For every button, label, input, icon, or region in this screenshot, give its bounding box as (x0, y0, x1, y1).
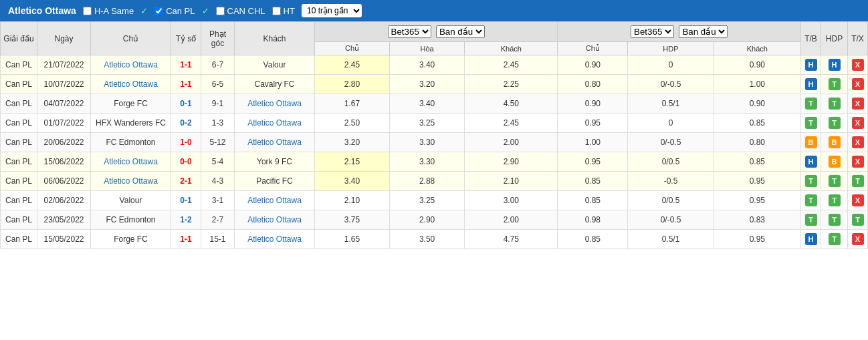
cell-hdp: 0/-0.5 (628, 133, 714, 152)
cell-phatgoc: 5-12 (201, 133, 235, 152)
cell-tb: T (801, 191, 821, 210)
can-chl-text: CAN CHL (227, 6, 265, 16)
cell-hdp: 0 (628, 55, 714, 75)
cell-khach: Cavalry FC (235, 75, 315, 94)
khach-link[interactable]: Atletico Ottawa (247, 196, 302, 205)
hdp2-badge: T (829, 175, 841, 187)
khach-link[interactable]: Atletico Ottawa (247, 138, 302, 147)
cell-khach-hdp: 0.95 (714, 230, 800, 249)
table-row: Can PL 15/05/2022 Forge FC 1-1 15-1 Atle… (1, 230, 868, 249)
ht-text: HT (284, 6, 295, 16)
cell-hoa: 3.40 (390, 55, 465, 75)
ht-checkbox[interactable] (272, 7, 281, 15)
bookmaker1-select[interactable]: Bet365 (388, 25, 431, 38)
bookmaker2-select[interactable]: Bet365 (631, 25, 674, 38)
ht-label[interactable]: HT (272, 6, 295, 16)
can-pl-label[interactable]: Can PL (154, 6, 195, 16)
cell-tyso: 0-1 (171, 191, 201, 210)
ha-same-checkbox[interactable] (83, 7, 92, 15)
cell-khach[interactable]: Atletico Ottawa (235, 133, 315, 152)
cell-chu[interactable]: Atletico Ottawa (91, 75, 171, 94)
cell-tb: H (801, 55, 821, 75)
cell-chu[interactable]: Atletico Ottawa (91, 55, 171, 75)
col-header-giaidau: Giải đấu (1, 22, 37, 55)
khach-link[interactable]: Atletico Ottawa (247, 215, 302, 224)
col-header-phatgoc: Phạt góc (201, 22, 235, 55)
cell-khach[interactable]: Atletico Ottawa (235, 191, 315, 210)
cell-khach-hdp: 1.00 (714, 75, 800, 94)
cell-phatgoc: 6-7 (201, 55, 235, 75)
cell-ngay: 20/06/2022 (37, 133, 91, 152)
chu-link[interactable]: Atletico Ottawa (104, 79, 158, 89)
cell-tyso: 1-0 (171, 133, 201, 152)
cell-hoa: 3.25 (390, 191, 465, 210)
cell-tx: X (848, 75, 868, 94)
sub-header-khach: Khách (465, 42, 558, 55)
cell-tyso: 0-2 (171, 114, 201, 133)
chu-link[interactable]: Atletico Ottawa (104, 157, 158, 166)
khach-link[interactable]: Atletico Ottawa (247, 118, 302, 128)
cell-hdp: 0.5/1 (628, 230, 714, 249)
chu-link[interactable]: Atletico Ottawa (104, 60, 158, 69)
chu-link[interactable]: Atletico Ottawa (104, 176, 158, 186)
tx-badge: T (852, 214, 864, 226)
sub-header-chu-hdp: Chủ (558, 42, 628, 55)
hdp2-badge: T (829, 117, 841, 129)
cell-chu-hdp: 0.90 (558, 94, 628, 114)
cell-tx: T (848, 210, 868, 230)
checkmark-can-chl: ✓ (202, 6, 209, 16)
cell-tb: T (801, 114, 821, 133)
cell-tb: B (801, 133, 821, 152)
cell-tb: T (801, 172, 821, 191)
can-chl-label[interactable]: CAN CHL (216, 6, 265, 16)
cell-tx: X (848, 152, 868, 172)
cell-chu[interactable]: Atletico Ottawa (91, 172, 171, 191)
can-pl-text: Can PL (166, 6, 195, 16)
cell-khach[interactable]: Atletico Ottawa (235, 210, 315, 230)
tb-badge: T (805, 117, 817, 129)
can-pl-checkbox[interactable] (154, 7, 163, 15)
col-header-tb: T/B (801, 22, 821, 55)
cell-ngay: 15/05/2022 (37, 230, 91, 249)
recent-select[interactable]: 10 trận gần 5 trận gần 20 trận gần (302, 4, 362, 17)
cell-khach[interactable]: Atletico Ottawa (235, 114, 315, 133)
khach-link[interactable]: Atletico Ottawa (247, 99, 302, 108)
cell-hdp2: T (821, 75, 848, 94)
table-wrap: Giải đấu Ngày Chủ Tỷ số Phạt góc Khách B… (0, 21, 868, 249)
cell-chu[interactable]: Atletico Ottawa (91, 152, 171, 172)
tb-badge: T (805, 98, 817, 110)
cell-khach-odds: 2.00 (465, 133, 558, 152)
team-name: Atletico Ottawa (8, 5, 76, 16)
cell-tyso: 2-1 (171, 172, 201, 191)
cell-phatgoc: 6-5 (201, 75, 235, 94)
cell-hdp2: B (821, 152, 848, 172)
cell-hdp2: T (821, 191, 848, 210)
table-row: Can PL 04/07/2022 Forge FC 0-1 9-1 Atlet… (1, 94, 868, 114)
cell-khach[interactable]: Atletico Ottawa (235, 94, 315, 114)
ha-same-label[interactable]: H-A Same (83, 6, 134, 16)
cell-tyso: 1-1 (171, 75, 201, 94)
cell-giaidau: Can PL (1, 75, 37, 94)
cell-khach-odds: 2.25 (465, 75, 558, 94)
cell-tx: X (848, 94, 868, 114)
cell-chu: Forge FC (91, 94, 171, 114)
can-chl-checkbox[interactable] (216, 7, 225, 15)
cell-hdp2: T (821, 230, 848, 249)
cell-khach-odds: 2.45 (465, 55, 558, 75)
col-header-tx: T/X (848, 22, 868, 55)
cell-khach-hdp: 0.85 (714, 114, 800, 133)
cell-chu-odds: 2.80 (315, 75, 390, 94)
cell-chu-hdp: 0.95 (558, 152, 628, 172)
cell-khach[interactable]: Atletico Ottawa (235, 230, 315, 249)
period2-select[interactable]: Ban đầu (679, 25, 728, 38)
cell-khach-hdp: 0.95 (714, 172, 800, 191)
cell-tx: X (848, 191, 868, 210)
tb-badge: H (805, 233, 817, 245)
period1-select[interactable]: Ban đầu (436, 25, 485, 38)
khach-link[interactable]: Atletico Ottawa (247, 234, 302, 244)
cell-khach: Pacific FC (235, 172, 315, 191)
sub-header-chu: Chủ (315, 42, 390, 55)
cell-giaidau: Can PL (1, 133, 37, 152)
cell-chu-hdp: 0.95 (558, 114, 628, 133)
cell-hdp: 0/0.5 (628, 152, 714, 172)
